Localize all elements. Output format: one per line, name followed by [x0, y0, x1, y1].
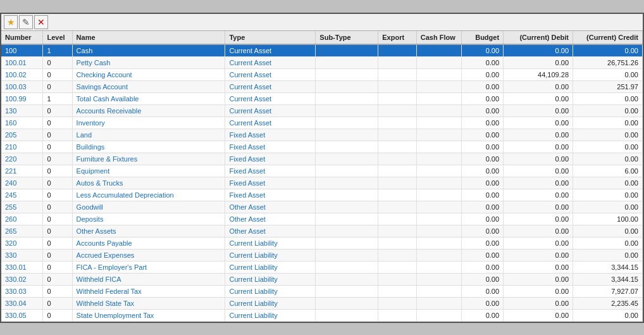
cell-export	[378, 104, 416, 117]
cell-subtype	[316, 92, 378, 104]
cell-cashflow	[416, 56, 461, 68]
table-row[interactable]: 2050LandFixed Asset0.000.000.00	[1, 129, 643, 141]
cell-export	[378, 201, 416, 213]
cell-type: Fixed Asset	[225, 189, 316, 201]
cell-budget: 0.00	[462, 285, 504, 297]
cell-level: 0	[43, 213, 72, 225]
cell-debit: 0.00	[504, 104, 573, 117]
table-row[interactable]: 330.030Withheld Federal TaxCurrent Liabi…	[1, 285, 643, 297]
cell-export	[378, 285, 416, 297]
cell-level: 0	[43, 285, 72, 297]
table-row[interactable]: 330.040Withheld State TaxCurrent Liabili…	[1, 297, 643, 309]
table-row[interactable]: 2400Autos & TrucksFixed Asset0.000.000.0…	[1, 177, 643, 189]
col-header-level: Level	[43, 31, 72, 44]
table-row[interactable]: 2450Less Accumulated DepreciationFixed A…	[1, 189, 643, 201]
cell-credit: 0.00	[573, 201, 643, 213]
cell-credit: 2,235.45	[573, 297, 643, 309]
table-row[interactable]: 330.020Withheld FICACurrent Liability0.0…	[1, 273, 643, 285]
cell-credit: 0.00	[573, 309, 643, 321]
table-row[interactable]: 100.030Savings AccountCurrent Asset0.000…	[1, 80, 643, 92]
delete-button[interactable]: ✕	[34, 15, 48, 29]
table-row[interactable]: 2200Furniture & FixturesFixed Asset0.000…	[1, 153, 643, 165]
table-body: 1001CashCurrent Asset0.000.000.00100.010…	[1, 44, 643, 322]
cell-subtype	[316, 56, 378, 68]
table-row[interactable]: 330.050State Unemployment TaxCurrent Lia…	[1, 309, 643, 321]
table-row[interactable]: 100.010Petty CashCurrent Asset0.000.0026…	[1, 56, 643, 68]
edit-button[interactable]: ✎	[19, 15, 33, 29]
cell-name: Other Assets	[72, 225, 225, 237]
cell-debit: 0.00	[504, 177, 573, 189]
cell-subtype	[316, 80, 378, 92]
cell-subtype	[316, 153, 378, 165]
cell-credit: 0.00	[573, 225, 643, 237]
cell-level: 0	[43, 201, 72, 213]
table-row[interactable]: 1001CashCurrent Asset0.000.000.00	[1, 44, 643, 57]
cell-subtype	[316, 309, 378, 321]
col-header-cashflow: Cash Flow	[416, 31, 461, 44]
cell-budget: 0.00	[462, 165, 504, 177]
table-row[interactable]: 100.991Total Cash AvailableCurrent Asset…	[1, 92, 643, 104]
cell-type: Current Asset	[225, 80, 316, 92]
cell-credit: 3,344.15	[573, 273, 643, 285]
cell-number: 100.01	[1, 56, 43, 68]
cell-cashflow	[416, 129, 461, 141]
table-row[interactable]: 2210EquipmentFixed Asset0.000.006.00	[1, 165, 643, 177]
cell-budget: 0.00	[462, 273, 504, 285]
table-row[interactable]: 1300Accounts ReceivableCurrent Asset0.00…	[1, 104, 643, 117]
cell-type: Current Asset	[225, 92, 316, 104]
table-row[interactable]: 2650Other AssetsOther Asset0.000.000.00	[1, 225, 643, 237]
cell-budget: 0.00	[462, 297, 504, 309]
cell-budget: 0.00	[462, 189, 504, 201]
table-row[interactable]: 3200Accounts PayableCurrent Liability0.0…	[1, 237, 643, 249]
cell-number: 100.02	[1, 68, 43, 80]
cell-credit: 0.00	[573, 104, 643, 117]
cell-credit: 0.00	[573, 237, 643, 249]
cell-type: Current Liability	[225, 309, 316, 321]
cell-number: 255	[1, 201, 43, 213]
cell-cashflow	[416, 273, 461, 285]
cell-type: Current Asset	[225, 117, 316, 129]
cell-type: Current Liability	[225, 261, 316, 273]
col-header-name: Name	[72, 31, 225, 44]
cell-number: 100.99	[1, 92, 43, 104]
cell-export	[378, 273, 416, 285]
cell-level: 0	[43, 104, 72, 117]
cell-type: Current Liability	[225, 249, 316, 261]
table-row[interactable]: 2600DepositsOther Asset0.000.00100.00	[1, 213, 643, 225]
cell-export	[378, 261, 416, 273]
table-row[interactable]: 100.020Checking AccountCurrent Asset0.00…	[1, 68, 643, 80]
cell-number: 330.03	[1, 285, 43, 297]
cell-level: 0	[43, 165, 72, 177]
cell-debit: 0.00	[504, 285, 573, 297]
cell-debit: 0.00	[504, 237, 573, 249]
cell-level: 1	[43, 44, 72, 57]
cell-cashflow	[416, 297, 461, 309]
cell-credit: 6.00	[573, 165, 643, 177]
cell-number: 240	[1, 177, 43, 189]
cell-type: Other Asset	[225, 225, 316, 237]
cell-credit: 0.00	[573, 153, 643, 165]
header-row: NumberLevelNameTypeSub-TypeExportCash Fl…	[1, 31, 643, 44]
cell-level: 0	[43, 117, 72, 129]
cell-level: 0	[43, 141, 72, 153]
cell-cashflow	[416, 80, 461, 92]
cell-credit: 0.00	[573, 117, 643, 129]
cell-cashflow	[416, 249, 461, 261]
table-row[interactable]: 2100BuildingsFixed Asset0.000.000.00	[1, 141, 643, 153]
cell-debit: 0.00	[504, 44, 573, 57]
table-row[interactable]: 2550GoodwillOther Asset0.000.000.00	[1, 201, 643, 213]
cell-budget: 0.00	[462, 261, 504, 273]
cell-debit: 0.00	[504, 117, 573, 129]
cell-debit: 0.00	[504, 153, 573, 165]
star-button[interactable]: ★	[4, 15, 18, 29]
cell-budget: 0.00	[462, 129, 504, 141]
table-row[interactable]: 3300Accrued ExpensesCurrent Liability0.0…	[1, 249, 643, 261]
table-row[interactable]: 1600InventoryCurrent Asset0.000.000.00	[1, 117, 643, 129]
cell-level: 0	[43, 225, 72, 237]
cell-export	[378, 117, 416, 129]
cell-subtype	[316, 297, 378, 309]
cell-debit: 0.00	[504, 80, 573, 92]
cell-number: 160	[1, 117, 43, 129]
table-row[interactable]: 330.010FICA - Employer's PartCurrent Lia…	[1, 261, 643, 273]
cell-level: 0	[43, 249, 72, 261]
